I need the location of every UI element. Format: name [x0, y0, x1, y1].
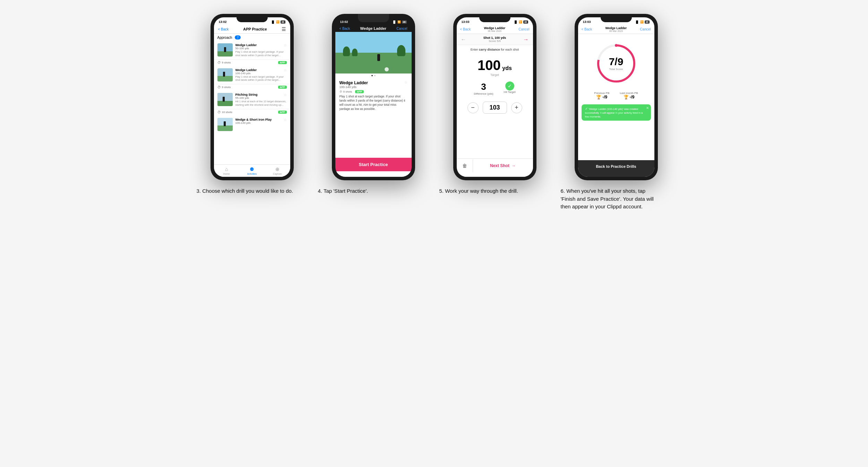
shot-score-3: Score 5/9	[483, 40, 506, 43]
drill-range-1-1: 100-140 yds	[235, 72, 257, 75]
drill-item-2[interactable]: Wedge Ladder 100-140 yds ☆ Play 1 shot a…	[214, 66, 290, 85]
wifi-icon-1: 🛜	[276, 20, 280, 24]
wifi-icon-2: 🛜	[397, 20, 401, 24]
battery-icon-3: 46	[523, 20, 528, 24]
prev-arrow-3[interactable]: ←	[461, 36, 466, 43]
drill-thumb-4	[217, 118, 233, 131]
back-button-1[interactable]: < Back	[218, 27, 229, 31]
app-badge-1-1: APP	[278, 86, 286, 89]
drill-info-4: Wedge & Short Iron Play 100-140 yds ☆	[235, 118, 287, 124]
battery-icon-1: 46	[281, 20, 285, 24]
drill-title-1-3: Wedge & Short Iron Play	[235, 118, 272, 121]
battery-icon-4: 46	[645, 20, 650, 24]
score-circle-4: 7/9 Total Score	[578, 34, 654, 89]
trophy-icon-prev-4: 🏆	[596, 95, 601, 100]
drill-desc-1-2: Hit 1 shot at each of the 10 target dist…	[235, 100, 287, 107]
dot-2	[374, 75, 376, 76]
phone-frame-2: 13:02 ▐▌ 🛜 46 < Back Wedge Ladder Cancel	[332, 14, 415, 180]
shots-label-1-0: ⏱ 9 shots	[217, 61, 231, 64]
drill-title-1-2: Pitching String	[235, 93, 258, 96]
increment-button-3[interactable]: +	[511, 102, 522, 113]
phone-inner-4: 13:03 ▐▌ 🛜 46 < Back Wedge Ladder 06 Mar…	[578, 17, 654, 177]
nav-title-line2-4: 06 Mar 2023	[605, 30, 627, 32]
tab-activities-1[interactable]: ⚉ Activities	[239, 165, 265, 177]
back-button-3[interactable]: < Back	[460, 27, 471, 31]
next-shot-button-3[interactable]: Next Shot →	[473, 159, 533, 172]
tab-home-1[interactable]: ⌂ Home	[214, 165, 239, 177]
home-icon-1: ⌂	[225, 166, 228, 172]
pb-lastmonth-4: Last month PB 🏆 -/9	[620, 92, 638, 100]
input-value-3[interactable]: 103	[483, 102, 507, 114]
menu-icon-1[interactable]: ☰	[282, 26, 286, 32]
back-button-4[interactable]: < Back	[582, 27, 592, 31]
drill-item-1[interactable]: Wedge Ladder 50-100 yds ☆ Play 1 shot at…	[214, 41, 290, 60]
back-to-drills-button-4[interactable]: Back to Practice Drills	[578, 160, 654, 173]
nav-title-1: APP Practice	[243, 27, 267, 31]
drill-title-1-0: Wedge Ladder	[235, 43, 257, 47]
star-icon-1-3: ☆	[284, 118, 287, 122]
start-practice-button-2[interactable]: Start Practice	[335, 158, 412, 171]
battery-icon-2: 46	[402, 20, 407, 24]
drill-item-4[interactable]: Wedge & Short Iron Play 100-140 yds ☆	[214, 116, 290, 133]
nav-title-line2-3: 06 Mar 2023	[484, 30, 505, 32]
decrement-button-3[interactable]: −	[467, 102, 479, 113]
status-icons-2: ▐▌ 🛜 46	[392, 20, 406, 24]
toast-close-4[interactable]: ✕	[646, 106, 649, 111]
svg-point-2	[615, 44, 618, 47]
filter-bar-1: Approach 7	[214, 34, 290, 41]
toast-check-icon-4: ✓	[585, 107, 589, 111]
next-arrow-3[interactable]: →	[523, 36, 529, 43]
toast-message-4: 'Wedge Ladder (100-140 yds)' was created…	[585, 107, 643, 118]
page-container: 13:02 ▐▌ 🛜 46 < Back APP Practice ☰ Appr…	[191, 14, 677, 211]
target-unit-3: yds	[502, 65, 512, 71]
wifi-icon-3: 🛜	[519, 20, 522, 24]
spacer-3	[457, 116, 533, 158]
drill-item-3[interactable]: Pitching String 55-100 yds ☆ Hit 1 shot …	[214, 91, 290, 109]
score-label-4: Total Score	[609, 68, 624, 71]
drill-list-1: Wedge Ladder 50-100 yds ☆ Play 1 shot at…	[214, 41, 290, 164]
tab-capture-label-1: Capture	[273, 173, 282, 175]
drill-meta-1-0: ⏱ 9 shots APP	[214, 60, 290, 66]
drill-detail-shots-2: ⏱ 9 shots APP	[340, 90, 407, 93]
cancel-button-3[interactable]: Cancel	[518, 27, 529, 31]
wifi-icon-4: 🛜	[640, 20, 644, 24]
drill-meta-1-1: ⏱ 9 shots APP	[214, 84, 290, 91]
nav-bar-2: < Back Wedge Ladder Cancel	[335, 25, 412, 32]
back-button-2[interactable]: < Back	[340, 27, 350, 31]
shots-label-1-1: ⏱ 9 shots	[217, 85, 231, 89]
next-shot-arrow-3: →	[512, 163, 516, 168]
drill-detail-2: Wedge Ladder 100-140 yds ☆ ⏱ 9 shots APP…	[335, 78, 412, 158]
status-icons-4: ▐▌ 🛜 46	[635, 20, 649, 24]
nav-bar-3: < Back Wedge Ladder 06 Mar 2023 Cancel	[457, 25, 533, 34]
signal-icon-1: ▐▌	[271, 20, 275, 24]
tab-capture-1[interactable]: ⊕ Capture	[265, 165, 290, 177]
phone-inner-1: 13:02 ▐▌ 🛜 46 < Back APP Practice ☰ Appr…	[214, 17, 290, 177]
drill-detail-title-2: Wedge Ladder	[340, 80, 368, 85]
diff-label-3: Difference (yds)	[474, 92, 493, 95]
hit-target-icon-3: ✓	[505, 81, 514, 90]
cancel-button-4[interactable]: Cancel	[640, 27, 651, 31]
status-icons-3: ▐▌ 🛜 46	[514, 20, 528, 24]
safe-area-2	[335, 171, 412, 177]
description-1: 3. Choose which drill you would like to …	[197, 187, 293, 195]
result-diff-3: 3 Difference (yds)	[474, 81, 493, 95]
phone-section-2: 13:02 ▐▌ 🛜 46 < Back Wedge Ladder Cancel	[318, 14, 429, 211]
drill-thumb-1	[217, 43, 233, 57]
nav-bar-1: < Back APP Practice ☰	[214, 25, 290, 34]
star-icon-1-0: ☆	[284, 43, 287, 47]
status-time-4: 13:03	[583, 20, 591, 24]
app-badge-1-2: APP	[278, 111, 286, 114]
cancel-button-2[interactable]: Cancel	[396, 27, 407, 31]
delete-button-3[interactable]: 🗑	[457, 159, 473, 173]
phone-section-4: 13:03 ▐▌ 🛜 46 < Back Wedge Ladder 06 Mar…	[561, 14, 672, 211]
drill-meta-1-2: ⏱ 10 shots APP	[214, 109, 290, 116]
drill-thumb-2	[217, 68, 233, 81]
pb-row-4: Previous PB 🏆 -/9 Last month PB 🏆 -/9	[578, 89, 654, 102]
signal-icon-3: ▐▌	[514, 20, 517, 24]
dot-indicators-2	[335, 73, 412, 78]
star-icon-1-1: ☆	[284, 68, 287, 72]
target-value-3: 100	[478, 58, 501, 73]
success-toast-4: ✓ 'Wedge Ladder (100-140 yds)' was creat…	[582, 104, 651, 121]
pb-prev-label-4: Previous PB	[594, 92, 609, 95]
nav-bar-4: < Back Wedge Ladder 06 Mar 2023 Cancel	[578, 25, 654, 34]
